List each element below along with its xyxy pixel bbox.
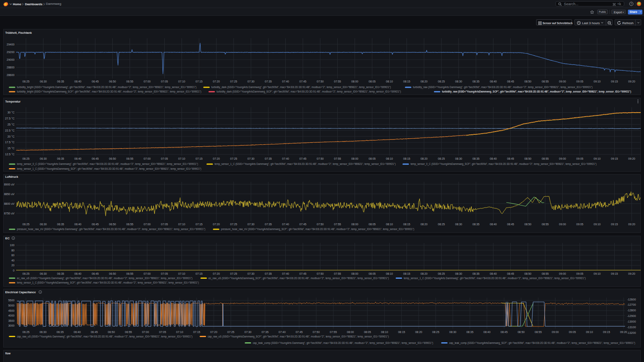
svg-text:08:20: 08:20 bbox=[421, 223, 428, 226]
svg-text:06:40: 06:40 bbox=[74, 272, 82, 275]
svg-text:07:15: 07:15 bbox=[196, 272, 203, 275]
svg-text:turbidity_dark (SSID="YoungArt: turbidity_dark (SSID="YoungArts Dammweg"… bbox=[211, 86, 391, 89]
svg-text:08:25: 08:25 bbox=[438, 80, 445, 83]
svg-text:08:20: 08:20 bbox=[415, 331, 422, 333]
svg-text:17.5 °C: 17.5 °C bbox=[5, 141, 14, 144]
svg-text:07:40: 07:40 bbox=[279, 331, 286, 333]
svg-text:08:00: 08:00 bbox=[351, 80, 359, 83]
svg-text:08:35: 08:35 bbox=[466, 331, 474, 333]
svg-text:turbidity_dark (SSID="YoungArt: turbidity_dark (SSID="YoungArtsDammweg_S… bbox=[217, 90, 401, 93]
svg-text:06:30: 06:30 bbox=[40, 223, 47, 226]
svg-text:temp_sensor_0_C (SSID="YoungAr: temp_sensor_0_C (SSID="YoungArtsDammweg_… bbox=[411, 162, 597, 166]
svg-text:09:15: 09:15 bbox=[603, 331, 610, 333]
svg-text:07:50: 07:50 bbox=[317, 157, 324, 160]
svg-text:100: 100 bbox=[10, 244, 14, 247]
svg-text:08:10: 08:10 bbox=[386, 272, 393, 275]
svg-text:06:30: 06:30 bbox=[40, 157, 47, 160]
svg-text:08:25: 08:25 bbox=[432, 331, 440, 333]
svg-text:09:20: 09:20 bbox=[628, 80, 636, 83]
svg-text:-13000: -13000 bbox=[627, 320, 636, 323]
svg-text:06:55: 06:55 bbox=[126, 80, 134, 83]
svg-text:08:45: 08:45 bbox=[507, 223, 514, 226]
svg-text:cap_raw_uS (SSID="YoungArtsDam: cap_raw_uS (SSID="YoungArtsDammweg_SCF",… bbox=[208, 335, 389, 338]
svg-text:07:05: 07:05 bbox=[161, 157, 168, 160]
svg-text:temp_sensor_1_C (SSID="YoungAr: temp_sensor_1_C (SSID="YoungArtsDammweg_… bbox=[17, 167, 201, 171]
svg-text:09:05: 09:05 bbox=[569, 331, 576, 333]
svg-text:08:25: 08:25 bbox=[438, 157, 445, 160]
svg-text:4000: 4000 bbox=[8, 314, 14, 317]
svg-text:turbidity_bright (SSID="YoungA: turbidity_bright (SSID="YoungArtsDammweg… bbox=[17, 90, 201, 93]
svg-text:06:45: 06:45 bbox=[92, 80, 99, 83]
svg-text:08:30: 08:30 bbox=[449, 331, 456, 333]
svg-text:-12800: -12800 bbox=[627, 309, 636, 312]
svg-text:08:10: 08:10 bbox=[386, 80, 393, 83]
svg-text:flow: flow bbox=[5, 352, 11, 355]
svg-text:06:35: 06:35 bbox=[57, 272, 64, 275]
svg-text:08:15: 08:15 bbox=[398, 331, 405, 333]
svg-text:08:40: 08:40 bbox=[490, 272, 497, 275]
svg-text:09:00: 09:00 bbox=[559, 272, 566, 275]
svg-text:27.5 °C: 27.5 °C bbox=[5, 117, 14, 120]
svg-text:08:15: 08:15 bbox=[403, 157, 411, 160]
svg-text:07:45: 07:45 bbox=[299, 157, 307, 160]
svg-text:pressure_hose_raw_nV (SSID="Yo: pressure_hose_raw_nV (SSID="YoungArtsDam… bbox=[221, 228, 414, 231]
svg-text:08:20: 08:20 bbox=[421, 272, 428, 275]
svg-text:12.5 °C: 12.5 °C bbox=[5, 153, 14, 156]
svg-text:30 °C: 30 °C bbox=[7, 111, 14, 114]
svg-text:06:55: 06:55 bbox=[125, 331, 132, 333]
svg-text:09:20: 09:20 bbox=[620, 331, 627, 333]
svg-text:08:40: 08:40 bbox=[490, 157, 497, 160]
svg-text:06:50: 06:50 bbox=[109, 157, 116, 160]
svg-text:-12900: -12900 bbox=[627, 315, 636, 317]
svg-text:06:45: 06:45 bbox=[92, 157, 99, 160]
svg-text:08:25: 08:25 bbox=[438, 272, 445, 275]
svg-text:08:35: 08:35 bbox=[473, 223, 480, 226]
svg-text:07:20: 07:20 bbox=[213, 272, 220, 275]
svg-text:09:05: 09:05 bbox=[576, 223, 584, 226]
svg-text:07:30: 07:30 bbox=[244, 331, 252, 333]
svg-text:3500: 3500 bbox=[8, 319, 14, 322]
svg-text:07:25: 07:25 bbox=[230, 223, 237, 226]
svg-text:09:10: 09:10 bbox=[586, 331, 593, 333]
svg-text:29000: 29000 bbox=[7, 58, 15, 61]
svg-text:06:30: 06:30 bbox=[39, 331, 47, 333]
svg-text:07:25: 07:25 bbox=[227, 331, 235, 333]
svg-text:3000: 3000 bbox=[8, 324, 14, 327]
svg-text:06:30: 06:30 bbox=[40, 80, 47, 83]
svg-text:07:25: 07:25 bbox=[230, 272, 237, 275]
svg-text:09:05: 09:05 bbox=[576, 272, 584, 275]
svg-text:8750 uV: 8750 uV bbox=[4, 212, 14, 215]
svg-text:08:15: 08:15 bbox=[403, 223, 411, 226]
svg-text:20 °C: 20 °C bbox=[7, 135, 14, 138]
svg-text:08:00: 08:00 bbox=[351, 157, 359, 160]
svg-text:06:45: 06:45 bbox=[91, 331, 98, 333]
svg-text:07:55: 07:55 bbox=[334, 80, 341, 83]
svg-text:8800 uV: 8800 uV bbox=[4, 202, 14, 205]
svg-text:08:40: 08:40 bbox=[483, 331, 491, 333]
svg-text:06:40: 06:40 bbox=[74, 80, 82, 83]
svg-text:Luftdruck: Luftdruck bbox=[5, 175, 18, 179]
svg-text:06:35: 06:35 bbox=[57, 157, 64, 160]
svg-text:08:50: 08:50 bbox=[524, 272, 532, 275]
svg-text:08:30: 08:30 bbox=[455, 157, 462, 160]
svg-text:08:05: 08:05 bbox=[364, 331, 371, 333]
svg-text:07:00: 07:00 bbox=[142, 331, 149, 333]
svg-text:08:45: 08:45 bbox=[507, 80, 514, 83]
svg-text:0: 0 bbox=[13, 269, 14, 272]
svg-text:07:55: 07:55 bbox=[330, 331, 337, 333]
svg-text:07:55: 07:55 bbox=[334, 223, 341, 226]
svg-text:08:10: 08:10 bbox=[386, 223, 393, 226]
svg-text:09:20: 09:20 bbox=[628, 272, 636, 275]
svg-text:08:35: 08:35 bbox=[473, 157, 480, 160]
svg-text:08:45: 08:45 bbox=[507, 272, 514, 275]
svg-text:09:15: 09:15 bbox=[611, 157, 618, 160]
svg-text:07:30: 07:30 bbox=[248, 157, 255, 160]
svg-text:06:50: 06:50 bbox=[108, 331, 115, 333]
svg-text:-12600: -12600 bbox=[627, 298, 636, 301]
svg-text:80: 80 bbox=[11, 249, 14, 252]
svg-text:07:15: 07:15 bbox=[193, 331, 200, 333]
svg-text:08:10: 08:10 bbox=[381, 331, 388, 333]
svg-text:07:35: 07:35 bbox=[265, 223, 272, 226]
svg-text:60: 60 bbox=[11, 254, 14, 257]
svg-text:08:45: 08:45 bbox=[501, 331, 508, 333]
